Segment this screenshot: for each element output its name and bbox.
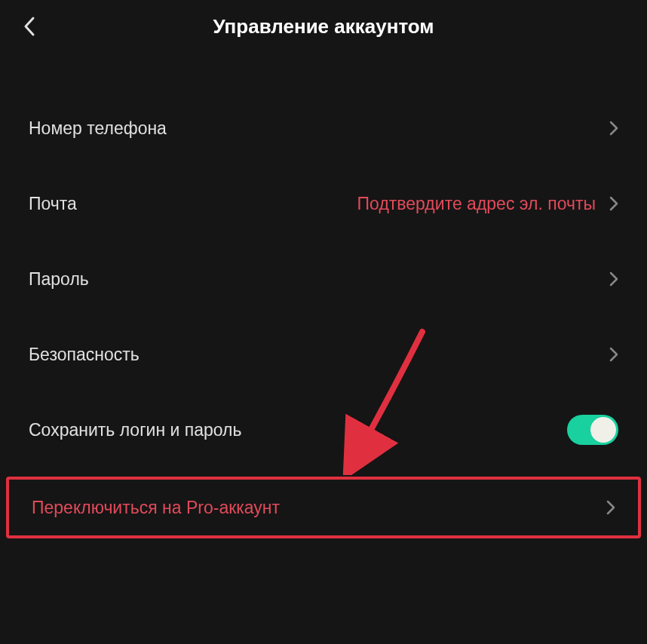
header: Управление аккаунтом: [0, 0, 647, 53]
chevron-right-icon: [609, 121, 618, 136]
row-right: Подтвердите адрес эл. почты: [357, 194, 618, 214]
chevron-right-icon: [609, 196, 618, 211]
row-security[interactable]: Безопасность: [0, 317, 647, 392]
chevron-right-icon: [606, 500, 615, 515]
row-password[interactable]: Пароль: [0, 241, 647, 317]
row-save-login[interactable]: Сохранить логин и пароль: [0, 392, 647, 468]
save-login-toggle[interactable]: [567, 415, 618, 445]
row-label: Пароль: [29, 269, 89, 290]
row-pro-account[interactable]: Переключиться на Pro-аккаунт: [6, 477, 641, 538]
row-label: Безопасность: [29, 345, 140, 365]
row-email[interactable]: Почта Подтвердите адрес эл. почты: [0, 166, 647, 241]
row-label: Почта: [29, 194, 77, 214]
row-label: Переключиться на Pro-аккаунт: [32, 498, 280, 518]
chevron-right-icon: [609, 271, 618, 287]
row-value: Подтвердите адрес эл. почты: [357, 194, 596, 214]
row-label: Сохранить логин и пароль: [29, 420, 241, 440]
row-right: [609, 271, 618, 287]
row-phone[interactable]: Номер телефона: [0, 90, 647, 166]
toggle-knob: [590, 417, 616, 443]
page-title: Управление аккаунтом: [213, 15, 434, 38]
row-right: [609, 347, 618, 362]
settings-list: Номер телефона Почта Подтвердите адрес э…: [0, 53, 647, 538]
back-button[interactable]: [18, 15, 41, 38]
row-label: Номер телефона: [29, 118, 167, 139]
chevron-right-icon: [609, 347, 618, 362]
chevron-left-icon: [23, 16, 36, 37]
row-right: [609, 121, 618, 136]
row-right: [567, 415, 618, 445]
